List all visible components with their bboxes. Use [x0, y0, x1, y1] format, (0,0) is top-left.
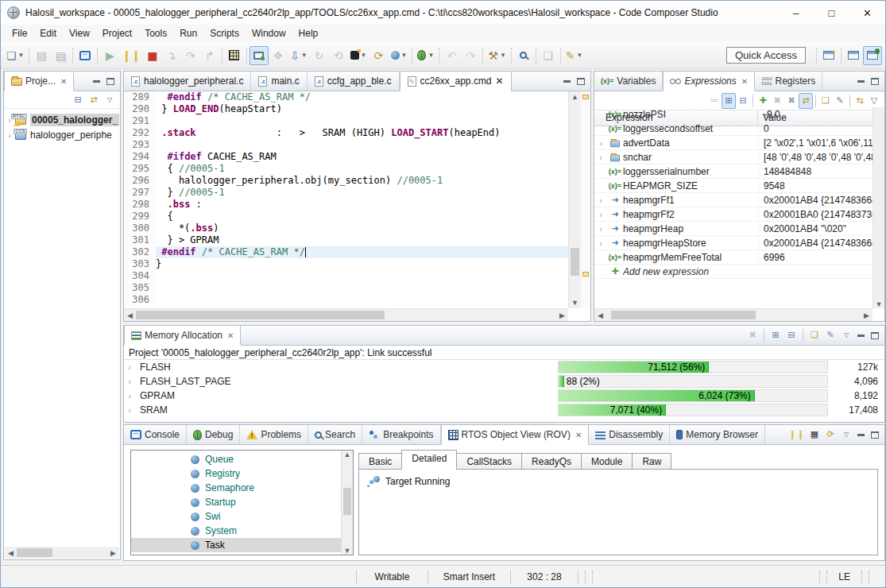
scroll-left-icon[interactable]: ◀: [594, 311, 606, 319]
connect-target-button[interactable]: [250, 46, 269, 65]
remove-expression-button[interactable]: ✖: [770, 93, 784, 109]
expression-row[interactable]: heapmgrMemFreeTotal 6996: [594, 250, 872, 265]
view-menu-button[interactable]: ▽: [867, 93, 881, 109]
menu-file[interactable]: File: [6, 26, 33, 41]
expression-row[interactable]: › advertData [2 '\x02',1 '\x01',6 '\x06'…: [594, 136, 872, 150]
menu-project[interactable]: Project: [96, 26, 138, 41]
code-editor[interactable]: 289 #endif /* CACHE_AS_RAM */ 290 } LOAD…: [124, 91, 568, 308]
add-expression-button[interactable]: ✚: [756, 93, 770, 109]
rov-module-startup[interactable]: Startup: [131, 495, 341, 509]
expand-all-button[interactable]: ⊞: [768, 327, 783, 343]
rov-module-registry[interactable]: Registry: [131, 466, 341, 481]
tab-registers[interactable]: Registers: [755, 72, 822, 91]
project-item[interactable]: › RTSC 00005_halologger_: [4, 112, 120, 127]
refresh-values-button[interactable]: ⇄: [799, 93, 813, 109]
tab-breakpoints[interactable]: Breakpoints: [362, 425, 440, 444]
code-line[interactable]: 294 #ifdef CACHE_AS_RAM: [124, 151, 568, 163]
new-view-button[interactable]: ❏: [807, 327, 822, 343]
expander-icon[interactable]: ›: [594, 238, 607, 248]
tab-search[interactable]: Search: [308, 425, 362, 444]
load-program-button[interactable]: ⇩▼: [288, 46, 310, 65]
tab-memory-browser[interactable]: Memory Browser: [670, 425, 765, 444]
code-line[interactable]: 290 } LOAD_END(heapStart): [124, 103, 568, 115]
scrollbar-thumb[interactable]: [343, 488, 351, 515]
code-line[interactable]: 293: [124, 139, 568, 151]
expander-icon[interactable]: ›: [124, 362, 135, 372]
step-return-button[interactable]: ↱: [200, 46, 219, 65]
code-line[interactable]: 289 #endif /* CACHE_AS_RAM */: [124, 91, 568, 103]
maximize-view-icon[interactable]: [106, 78, 114, 85]
link-with-editor-button[interactable]: ⇄: [87, 92, 101, 108]
terminate-button[interactable]: ■: [143, 46, 162, 65]
system-reset-button[interactable]: ⟲: [329, 46, 348, 65]
code-line[interactable]: 305: [124, 282, 568, 294]
ccs-debug-perspective-button[interactable]: [863, 46, 882, 65]
refresh-debug-button[interactable]: ⟳: [369, 46, 389, 65]
build-button[interactable]: ⚒▼: [486, 46, 508, 65]
rov-module-swi[interactable]: Swi: [131, 509, 341, 524]
rov-tab-callstacks[interactable]: CallStacks: [456, 453, 522, 470]
quick-access-button[interactable]: Quick Access: [726, 47, 806, 64]
expressions-vscrollbar[interactable]: ▼: [872, 107, 884, 308]
run-last-tool-button[interactable]: ✎▼: [563, 46, 586, 65]
menu-run[interactable]: Run: [173, 26, 203, 41]
maximize-button[interactable]: □: [814, 1, 849, 25]
remove-all-expressions-button[interactable]: ✖: [784, 93, 799, 109]
open-element-button[interactable]: [514, 46, 533, 65]
scroll-down-icon[interactable]: ▼: [342, 547, 353, 555]
rov-module-task[interactable]: Task: [131, 538, 341, 552]
close-icon[interactable]: ✕: [575, 431, 582, 439]
rov-tab-detailed[interactable]: Detailed: [401, 450, 457, 470]
source-lookup-button[interactable]: ❖: [269, 46, 288, 65]
ccs-edit-perspective-button[interactable]: [844, 46, 863, 65]
minimize-view-icon[interactable]: [93, 80, 100, 83]
close-icon[interactable]: ✕: [496, 75, 504, 87]
add-new-expression-row[interactable]: ✚ Add new expression: [594, 265, 872, 279]
maximize-view-icon[interactable]: [871, 332, 879, 339]
code-line[interactable]: 299 {: [124, 211, 568, 222]
forward-button[interactable]: ↷: [461, 46, 480, 65]
menu-tools[interactable]: Tools: [138, 26, 173, 41]
close-icon[interactable]: ✕: [741, 77, 748, 86]
scroll-right-icon[interactable]: ▶: [107, 549, 119, 557]
tab-debug[interactable]: Debug: [187, 425, 240, 444]
rov-module-semaphore[interactable]: Semaphore: [131, 481, 341, 495]
code-line[interactable]: 296 halologger_peripheral.obj(my_section…: [124, 175, 568, 187]
view-menu-button[interactable]: ▽: [839, 427, 853, 443]
memory-region-row[interactable]: › FLASH 71,512 (56%) 127k: [124, 360, 884, 374]
scroll-left-icon[interactable]: ◀: [5, 549, 17, 557]
memory-region-row[interactable]: › SRAM 7,071 (40%) 17,408: [124, 403, 884, 417]
maximize-view-icon[interactable]: [871, 431, 879, 439]
debug-button[interactable]: ▼: [415, 46, 436, 65]
rov-tab-readyqs[interactable]: ReadyQs: [521, 453, 582, 470]
tree-layout-button[interactable]: ⊞: [722, 93, 736, 109]
dropdown-arrow-icon[interactable]: ▼: [401, 52, 408, 59]
view-menu-button[interactable]: ▽: [103, 92, 117, 108]
expression-row[interactable]: › ➜ heapmgrHeap 0x20001AB4 "\020": [594, 222, 872, 236]
code-line[interactable]: 306: [124, 294, 568, 306]
minimize-view-icon[interactable]: [857, 335, 865, 337]
rov-module-system[interactable]: System: [131, 524, 341, 538]
step-into-button[interactable]: ↴: [162, 46, 181, 65]
memory-region-row[interactable]: › GPRAM 6,024 (73%) 8,192: [124, 389, 884, 403]
pin-view-button[interactable]: ✎: [833, 93, 847, 109]
scrollbar-thumb[interactable]: [611, 311, 756, 319]
dropdown-arrow-icon[interactable]: ▼: [500, 52, 506, 59]
scrollbar-thumb[interactable]: [571, 248, 579, 276]
close-icon[interactable]: ✕: [60, 77, 67, 86]
save-button[interactable]: ▤: [32, 46, 51, 65]
editor-hscrollbar[interactable]: ◀ ▶: [124, 308, 568, 321]
suspend-button[interactable]: ❙❙: [119, 46, 142, 65]
annotation-marker[interactable]: [582, 95, 589, 99]
code-line[interactable]: 301 } > GPRAM: [124, 234, 568, 246]
editor-vscrollbar[interactable]: ▲ ▼: [568, 91, 581, 308]
open-perspective-button[interactable]: ✦: [819, 46, 838, 65]
view-menu-button[interactable]: ▽: [839, 327, 853, 343]
memory-region-row[interactable]: › FLASH_LAST_PAGE 88 (2%) 4,096: [124, 374, 884, 389]
back-button[interactable]: ↶: [442, 46, 461, 65]
rov-module-timer[interactable]: Timer: [131, 552, 341, 555]
expander-icon[interactable]: ›: [594, 138, 607, 148]
dropdown-arrow-icon[interactable]: ▼: [361, 52, 367, 59]
expander-icon[interactable]: ›: [124, 391, 135, 400]
menu-window[interactable]: Window: [246, 26, 292, 41]
